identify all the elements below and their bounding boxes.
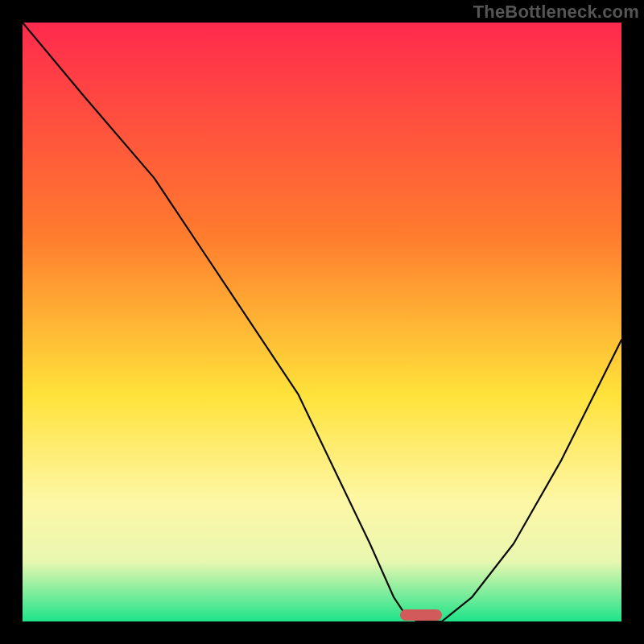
optimal-marker	[400, 609, 442, 621]
watermark-text: TheBottleneck.com	[473, 2, 639, 23]
chart-frame	[23, 23, 621, 621]
bottleneck-curve	[23, 23, 621, 621]
